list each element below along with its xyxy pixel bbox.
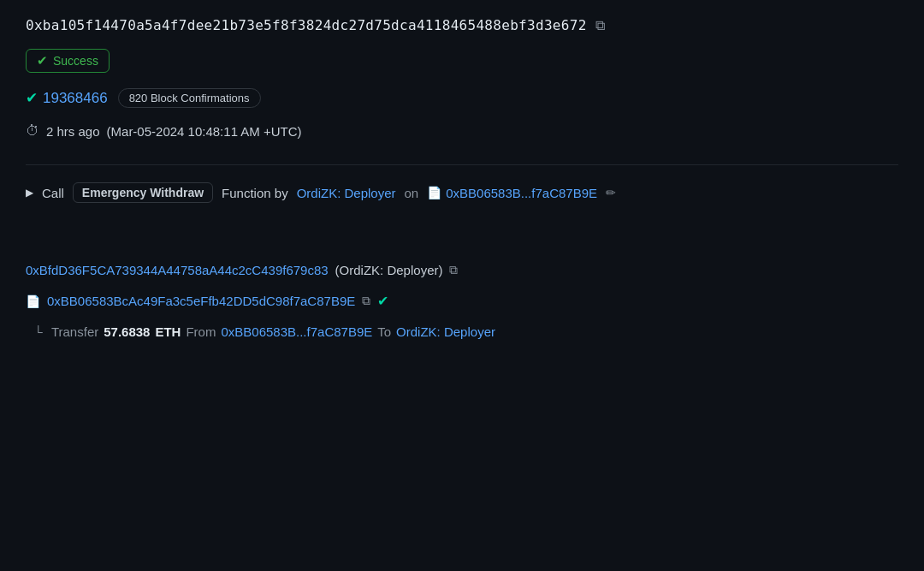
call-label: Call	[42, 186, 64, 200]
divider-1	[26, 164, 898, 165]
document-icon: 📄	[427, 186, 441, 199]
block-check-icon: ✔	[26, 89, 38, 107]
to-word: To	[377, 324, 391, 339]
contract-address-value[interactable]: 0xBB06583B...f7aC87B9E	[446, 186, 597, 200]
edit-icon[interactable]: ✏	[606, 186, 616, 199]
transfer-label: Transfer	[51, 324, 98, 339]
block-number: ✔ 19368466	[26, 89, 108, 107]
time-ago: 2 hrs ago	[46, 124, 100, 139]
on-label: on	[405, 186, 419, 200]
function-label: Function by	[222, 186, 288, 200]
status-row: ✔ Success	[26, 49, 898, 73]
success-badge: ✔ Success	[26, 49, 110, 73]
from-word: From	[186, 324, 216, 339]
from-label: (OrdiZK: Deployer)	[335, 263, 443, 277]
eth-unit: ETH	[155, 324, 181, 339]
contract-address-link[interactable]: 📄 0xBB06583B...f7aC87B9E	[427, 186, 597, 200]
timestamp: (Mar-05-2024 10:48:11 AM +UTC)	[107, 124, 302, 139]
from-address-row: 0xBfdD36F5CA739344A44758aA44c2cC439f679c…	[26, 263, 898, 277]
copy-hash-icon[interactable]: ⧉	[595, 18, 605, 33]
call-row: ▶ Call Emergency Withdraw Function by Or…	[26, 182, 898, 203]
block-confirmations-row: ✔ 19368466 820 Block Confirmations	[26, 88, 898, 108]
main-container: 0xba105f14470a5a4f7dee21b73e5f8f3824dc27…	[0, 0, 924, 356]
triangle-icon: ▶	[26, 187, 33, 199]
check-circle-icon: ✔	[37, 53, 48, 68]
to-document-icon: 📄	[26, 294, 40, 308]
tx-hash-row: 0xba105f14470a5a4f7dee21b73e5f8f3824dc27…	[26, 17, 898, 33]
transfer-from-link[interactable]: 0xBB06583B...f7aC87B9E	[221, 324, 372, 339]
transfer-to-link[interactable]: OrdiZK: Deployer	[396, 324, 495, 339]
method-badge: Emergency Withdraw	[73, 182, 213, 203]
from-address-link[interactable]: 0xBfdD36F5CA739344A44758aA44c2cC439f679c…	[26, 263, 329, 277]
verified-icon: ✔	[377, 293, 388, 309]
confirmations-badge: 820 Block Confirmations	[118, 88, 261, 108]
bottom-section: 0xBfdD36F5CA739344A44758aA44c2cC439f679c…	[26, 246, 898, 339]
eth-amount: 57.6838	[104, 324, 150, 339]
transfer-row: └ Transfer 57.6838 ETH From 0xBB06583B..…	[26, 324, 898, 339]
hook-symbol: └	[34, 325, 43, 339]
status-label: Success	[53, 54, 98, 68]
copy-from-address-icon[interactable]: ⧉	[449, 263, 458, 277]
to-address-row: 📄 0xBB06583BcAc49Fa3c5eFfb42DD5dC98f7aC8…	[26, 293, 898, 309]
time-row: ⏱ 2 hrs ago (Mar-05-2024 10:48:11 AM +UT…	[26, 123, 898, 139]
to-address-link[interactable]: 0xBB06583BcAc49Fa3c5eFfb42DD5dC98f7aC87B…	[47, 294, 355, 308]
copy-to-address-icon[interactable]: ⧉	[362, 294, 370, 308]
clock-icon: ⏱	[26, 123, 39, 139]
block-number-value[interactable]: 19368466	[43, 90, 108, 107]
transaction-hash: 0xba105f14470a5a4f7dee21b73e5f8f3824dc27…	[26, 17, 587, 33]
caller-link[interactable]: OrdiZK: Deployer	[297, 186, 396, 200]
